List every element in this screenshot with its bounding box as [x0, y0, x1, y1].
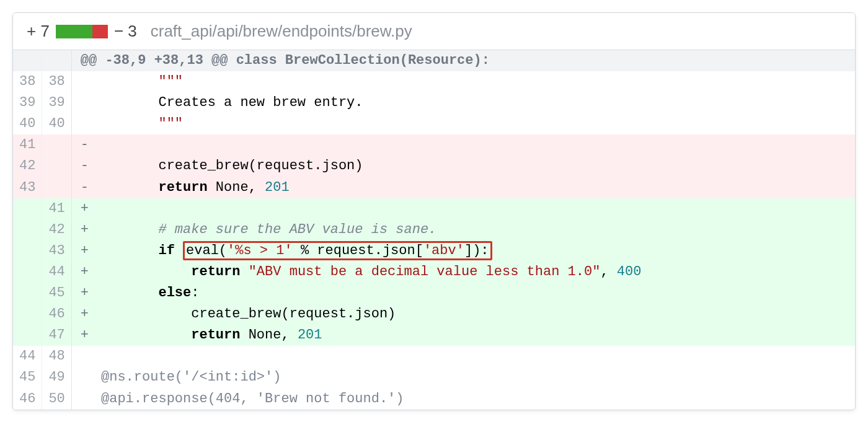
- code-line[interactable]: + if eval('%s > 1' % request.json['abv']…: [71, 240, 855, 262]
- diff-row: 3939 Creates a new brew entry.: [13, 92, 855, 113]
- code-line[interactable]: """: [71, 113, 855, 134]
- line-number-new[interactable]: [42, 134, 71, 156]
- line-number-old[interactable]: [13, 283, 42, 304]
- line-number-new[interactable]: 48: [42, 346, 71, 367]
- code-token: ,: [600, 264, 616, 280]
- code-token: create_brew(request.json): [158, 158, 363, 174]
- diff-sign: -: [81, 156, 93, 177]
- line-number-old[interactable]: [13, 262, 42, 283]
- diff-sign: +: [81, 304, 93, 325]
- code-token: ]):: [464, 243, 489, 258]
- code-line[interactable]: + return None, 201: [71, 325, 855, 346]
- code-line[interactable]: + create_brew(request.json): [71, 304, 855, 325]
- diff-row: 46+ create_brew(request.json): [13, 304, 855, 325]
- code-line[interactable]: [71, 346, 855, 367]
- diff-row: 4040 """: [13, 113, 855, 134]
- code-highlight: eval('%s > 1' % request.json['abv']):: [183, 241, 492, 260]
- code-line[interactable]: + else:: [71, 283, 855, 304]
- line-number-old[interactable]: 44: [13, 346, 42, 367]
- line-number-old[interactable]: [13, 219, 42, 240]
- diff-row: 43+ if eval('%s > 1' % request.json['abv…: [13, 240, 855, 262]
- line-number-new[interactable]: 38: [42, 71, 71, 92]
- code-line[interactable]: """: [71, 71, 855, 92]
- code-token: 400: [617, 264, 642, 280]
- code-token: else: [158, 285, 191, 301]
- diff-row: 44+ return "ABV must be a decimal value …: [13, 262, 855, 283]
- diff-sign: +: [81, 283, 93, 304]
- line-number-old[interactable]: 42: [13, 156, 42, 177]
- line-number-new[interactable]: 39: [42, 92, 71, 113]
- line-number-new[interactable]: [42, 156, 71, 177]
- line-number-new[interactable]: 44: [42, 262, 71, 283]
- diff-row: 42+ # make sure the ABV value is sane.: [13, 219, 855, 240]
- line-number-old[interactable]: [13, 304, 42, 325]
- line-number-old[interactable]: 40: [13, 113, 42, 134]
- code-line[interactable]: - create_brew(request.json): [71, 156, 855, 177]
- diff-row: 45+ else:: [13, 283, 855, 304]
- code-token: 201: [298, 327, 322, 343]
- line-number-old[interactable]: [13, 198, 42, 219]
- additions-count: + 7: [27, 22, 50, 41]
- line-number-old[interactable]: 41: [13, 134, 42, 156]
- diff-sign: [81, 113, 93, 134]
- diff-sign: [81, 92, 93, 113]
- diff-sign: +: [81, 198, 93, 219]
- line-number-new[interactable]: 42: [42, 219, 71, 240]
- code-token: None,: [240, 327, 297, 343]
- code-token: if: [158, 243, 174, 258]
- code-token: @ns.route('/<int:id>'): [101, 369, 281, 385]
- diff-sign: [81, 389, 93, 410]
- code-line[interactable]: +: [71, 198, 855, 219]
- diff-row: 41+: [13, 198, 855, 219]
- diffstat-red: [92, 25, 108, 38]
- code-line[interactable]: @api.response(404, 'Brew not found.'): [71, 389, 855, 410]
- line-number-new[interactable]: 41: [42, 198, 71, 219]
- line-number-old[interactable]: 46: [13, 389, 42, 410]
- line-number-old[interactable]: 39: [13, 92, 42, 113]
- code-line[interactable]: + # make sure the ABV value is sane.: [71, 219, 855, 240]
- line-number-new[interactable]: 50: [42, 389, 71, 410]
- line-number-old[interactable]: 38: [13, 71, 42, 92]
- diff-sign: -: [81, 177, 93, 198]
- code-token: 'abv': [423, 243, 464, 258]
- code-line[interactable]: + return "ABV must be a decimal value le…: [71, 262, 855, 283]
- line-number-old[interactable]: 45: [13, 367, 42, 388]
- diff-sign: +: [81, 262, 93, 283]
- deletions-count: − 3: [114, 22, 137, 41]
- file-path[interactable]: craft_api/api/brew/endpoints/brew.py: [151, 22, 412, 41]
- line-number-old[interactable]: [13, 240, 42, 262]
- code-token: return: [158, 180, 207, 195]
- diff-sign: +: [81, 240, 93, 262]
- code-token: [175, 243, 183, 258]
- code-token: % request.json[: [293, 243, 423, 258]
- code-token: """: [158, 116, 183, 131]
- diff-table: @@ -38,9 +38,13 @@ class BrewCollection(…: [13, 50, 855, 410]
- line-number-new[interactable]: 40: [42, 113, 71, 134]
- diff-sign: [81, 367, 93, 388]
- code-token: "ABV must be a decimal value less than 1…: [249, 264, 601, 280]
- code-line[interactable]: @ns.route('/<int:id>'): [71, 367, 855, 388]
- code-token: [240, 264, 248, 280]
- line-number-new[interactable]: 49: [42, 367, 71, 388]
- diff-sign: +: [81, 219, 93, 240]
- code-token: '%s > 1': [227, 243, 293, 258]
- line-number-new[interactable]: 46: [42, 304, 71, 325]
- code-token: # make sure the ABV value is sane.: [158, 222, 436, 237]
- line-number-new[interactable]: 43: [42, 240, 71, 262]
- code-line[interactable]: -: [71, 134, 855, 156]
- diff-row: 4448: [13, 346, 855, 367]
- line-number-new[interactable]: [42, 177, 71, 198]
- line-number-old[interactable]: 43: [13, 177, 42, 198]
- code-token: :: [191, 285, 199, 301]
- code-token: """: [158, 74, 183, 89]
- code-line[interactable]: Creates a new brew entry.: [71, 92, 855, 113]
- code-line[interactable]: - return None, 201: [71, 177, 855, 198]
- line-number-new[interactable]: 45: [42, 283, 71, 304]
- code-token: return: [191, 264, 240, 280]
- diff-sign: +: [81, 325, 93, 346]
- code-token: 201: [265, 180, 290, 195]
- diff-row: 42- create_brew(request.json): [13, 156, 855, 177]
- line-number-new: [42, 50, 71, 71]
- line-number-old[interactable]: [13, 325, 42, 346]
- line-number-new[interactable]: 47: [42, 325, 71, 346]
